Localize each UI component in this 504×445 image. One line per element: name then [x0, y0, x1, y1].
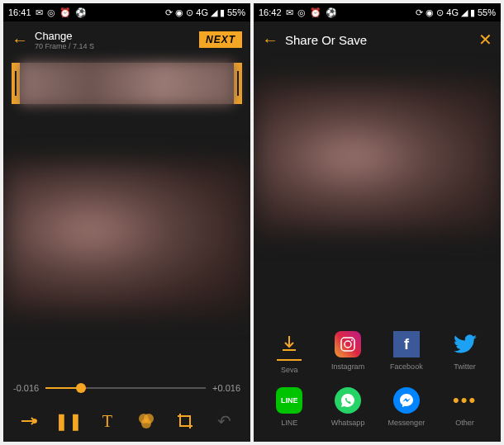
whatsapp-icon: ◎: [297, 7, 306, 18]
soccer-icon: ⚽: [75, 7, 87, 18]
save-label: Seva: [281, 366, 298, 374]
download-icon: [276, 331, 302, 357]
other-label: Other: [455, 419, 474, 427]
line-button[interactable]: LINE LINE: [260, 381, 319, 433]
messenger-button[interactable]: Messenger: [378, 381, 436, 433]
sync-icon: ⟳: [165, 7, 173, 18]
svg-point-5: [351, 339, 353, 341]
header-subtitle: 70 Frame / 7.14 S: [35, 42, 193, 50]
battery-icon: ▮: [470, 7, 475, 18]
speed-slider[interactable]: [45, 387, 206, 389]
soccer-icon: ⚽: [326, 7, 337, 18]
trim-handle-right[interactable]: [234, 63, 242, 104]
pause-button[interactable]: ❚❚: [57, 409, 80, 433]
share-screen: 16:42 ✉ ◎ ⏰ ⚽ ⟳ ◉ ⊙ 4G ◢ ▮ 55% ← Share O…: [254, 3, 501, 442]
signal-icon: ◢: [461, 7, 468, 18]
save-button[interactable]: Seva: [260, 324, 319, 381]
trim-handle-left[interactable]: [12, 63, 20, 104]
network-label: 4G: [196, 7, 208, 17]
whatsapp-button[interactable]: Whatsapp: [319, 381, 378, 433]
instagram-label: Instagram: [331, 362, 364, 371]
header-title: Change: [35, 30, 193, 42]
instagram-icon: [335, 331, 361, 357]
status-time: 16:41: [8, 7, 31, 17]
video-preview[interactable]: [3, 163, 250, 312]
sync-icon: ⟳: [416, 7, 423, 18]
line-label: LINE: [281, 419, 297, 427]
messenger-icon: [393, 387, 420, 414]
alarm-icon: ⏰: [59, 7, 71, 18]
battery-icon: ▮: [220, 7, 225, 18]
undo-button[interactable]: ↶: [212, 409, 235, 433]
slider-thumb[interactable]: [76, 383, 86, 393]
crop-button[interactable]: [174, 409, 197, 433]
status-bar: 16:41 ✉ ◎ ⏰ ⚽ ⟳ ◉ ⊙ 4G ◢ ▮ 55%: [3, 3, 250, 21]
editor-screen: 16:41 ✉ ◎ ⏰ ⚽ ⟳ ◉ ⊙ 4G ◢ ▮ 55% ← Change …: [3, 3, 250, 442]
share-preview: [254, 83, 501, 231]
data-icon: ⊙: [186, 7, 193, 18]
whatsapp-label: Whatsapp: [331, 419, 365, 427]
whatsapp-icon: ◎: [47, 7, 55, 18]
slider-min: -0.016: [13, 383, 39, 393]
vibrate-icon: ◉: [175, 7, 183, 18]
speed-slider-row: -0.016 +0.016: [3, 376, 250, 400]
alarm-icon: ⏰: [310, 7, 321, 18]
next-button[interactable]: NEXT: [199, 31, 242, 48]
slider-max: +0.016: [212, 383, 240, 393]
editor-toolbar: ❚❚ T ↶: [3, 400, 250, 442]
status-bar: 16:42 ✉ ◎ ⏰ ⚽ ⟳ ◉ ⊙ 4G ◢ ▮ 55%: [254, 3, 501, 21]
svg-point-4: [345, 341, 351, 348]
facebook-button[interactable]: f Facebook: [378, 324, 436, 381]
facebook-label: Facebook: [390, 362, 423, 371]
vibrate-icon: ◉: [426, 7, 434, 18]
msg-icon: ✉: [36, 7, 43, 18]
back-arrow-icon[interactable]: ←: [262, 31, 278, 50]
editor-header: ← Change 70 Frame / 7.14 S NEXT: [3, 21, 250, 58]
header-text: Change 70 Frame / 7.14 S: [35, 30, 193, 50]
whatsapp-icon: [335, 387, 361, 414]
line-icon: LINE: [276, 387, 302, 414]
twitter-button[interactable]: Twitter: [435, 324, 494, 381]
status-time: 16:42: [259, 7, 282, 17]
text-button[interactable]: T: [96, 409, 119, 433]
signal-icon: ◢: [211, 7, 217, 18]
twitter-icon: [452, 331, 478, 357]
battery-percent: 55%: [227, 7, 245, 17]
other-button[interactable]: ••• Other: [435, 381, 494, 433]
close-icon[interactable]: ✕: [478, 30, 492, 50]
timeline-trim[interactable]: [12, 63, 242, 104]
facebook-icon: f: [393, 331, 420, 357]
timeline-thumbs: [20, 63, 234, 104]
share-grid: Seva Instagram f Facebook Twitter LINE L…: [254, 316, 501, 442]
network-label: 4G: [446, 7, 459, 17]
more-icon: •••: [452, 387, 478, 414]
reverse-button[interactable]: [18, 409, 41, 433]
back-arrow-icon[interactable]: ←: [12, 31, 28, 50]
instagram-button[interactable]: Instagram: [319, 324, 378, 381]
messenger-label: Messenger: [388, 419, 426, 427]
data-icon: ⊙: [436, 7, 444, 18]
battery-percent: 55%: [478, 7, 496, 17]
svg-point-2: [141, 419, 151, 428]
share-title: Share Or Save: [285, 33, 472, 47]
filter-button[interactable]: [135, 409, 158, 433]
share-header: ← Share Or Save ✕: [254, 21, 501, 58]
msg-icon: ✉: [286, 7, 293, 18]
twitter-label: Twitter: [454, 362, 476, 371]
